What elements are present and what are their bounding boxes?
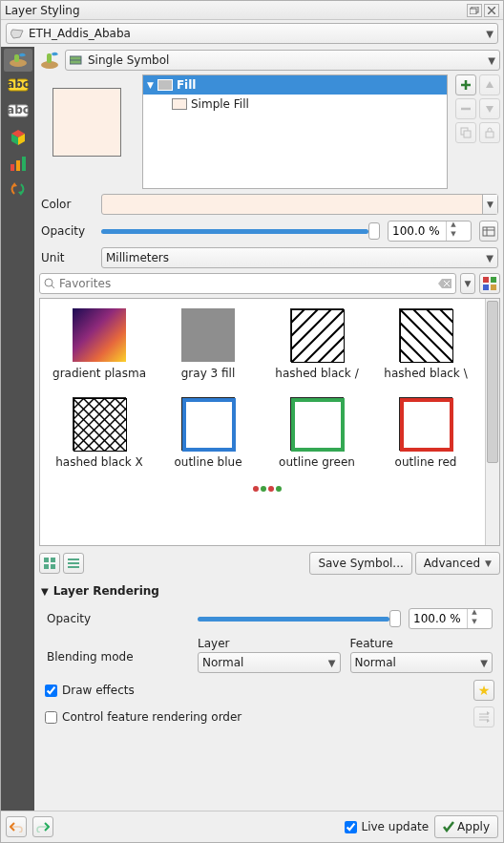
svg-rect-93 [44,564,49,569]
close-icon[interactable] [484,4,499,17]
symbol-preview [44,79,130,165]
style-item[interactable]: hashed black \ [378,308,473,380]
unit-selector[interactable]: Millimeters ▼ [101,247,498,268]
svg-text:abc: abc [8,78,29,91]
move-down-button[interactable] [479,98,500,119]
svg-rect-6 [14,54,19,62]
svg-rect-42 [491,285,496,290]
collapse-icon[interactable]: ▼ [147,80,154,90]
panel-title: Layer Styling [5,4,465,17]
opacity-row: Opacity ▲▼ [39,220,500,242]
chevron-down-icon: ▼ [488,55,495,66]
order-config-button[interactable] [473,706,494,727]
redo-button[interactable] [32,816,53,837]
titlebar: Layer Styling [1,1,503,20]
symbol-type-value: Single Symbol [88,53,169,67]
svg-rect-44 [181,308,235,362]
tree-fill-root[interactable]: ▼ Fill [143,75,447,95]
lock-button[interactable] [479,122,500,143]
list-view-button[interactable] [63,553,84,574]
layer-selector-value: ETH_Addis_Ababa [29,27,131,40]
opacity-value[interactable] [388,224,446,238]
undo-button[interactable] [6,816,27,837]
fill-swatch-icon [172,98,187,110]
color-picker[interactable]: ▼ [101,194,498,215]
color-label: Color [41,198,94,211]
render-opacity-slider[interactable] [198,609,401,628]
live-update-row: Live update [345,820,430,833]
chevron-down-icon: ▼ [486,29,494,39]
tab-labels[interactable]: abc [4,74,32,97]
style-list-footer: Save Symbol... Advanced▼ [39,550,500,577]
feature-blend-selector[interactable]: Normal ▼ [350,652,494,673]
tab-diagrams[interactable] [4,152,32,175]
style-item[interactable]: outline red [378,397,473,469]
svg-rect-89 [293,400,343,450]
svg-rect-29 [464,131,471,137]
data-defined-button[interactable] [479,221,498,242]
duplicate-button[interactable] [455,122,476,143]
svg-line-35 [52,285,54,288]
svg-rect-1 [470,9,476,14]
opacity-slider[interactable] [101,221,380,241]
svg-rect-88 [184,400,234,450]
effects-button[interactable]: ★ [473,680,494,701]
svg-marker-36 [438,279,452,288]
feature-blend-value: Normal [355,656,396,669]
svg-rect-90 [402,400,452,450]
icon-view-button[interactable] [39,553,60,574]
tab-history[interactable] [4,178,32,200]
layer-selector[interactable]: ETH_Addis_Ababa ▼ [6,23,498,44]
layer-rendering-header[interactable]: ▼ Layer Rendering [39,580,500,601]
body: abc abc Single Symbol [1,47,503,811]
render-opacity-spinbox[interactable]: ▲▼ [409,608,493,629]
render-opacity-value[interactable] [410,612,467,625]
move-up-button[interactable] [479,74,500,95]
control-order-checkbox[interactable] [45,711,57,724]
advanced-button[interactable]: Advanced▼ [415,552,500,575]
search-mode-button[interactable]: ▼ [460,273,475,294]
symbol-type-selector[interactable]: Single Symbol ▼ [65,50,500,71]
style-item[interactable]: gray 3 fill [160,308,256,380]
apply-button[interactable]: Apply [434,815,498,838]
add-symbol-layer-button[interactable] [455,74,476,95]
style-scrollbar[interactable] [485,299,499,545]
style-name: gradient plasma [52,368,146,380]
tab-symbology[interactable] [4,49,32,72]
layer-blend-selector[interactable]: Normal ▼ [198,652,341,673]
style-item[interactable]: outline green [269,397,365,469]
svg-rect-15 [16,160,20,171]
live-update-checkbox[interactable] [345,821,357,833]
style-manager-button[interactable] [479,273,500,294]
chevron-down-icon[interactable]: ▼ [482,195,497,214]
tab-3d[interactable] [4,126,32,149]
style-name: hashed black \ [384,368,467,380]
symbol-layers-tree[interactable]: ▼ Fill Simple Fill [142,74,448,189]
style-search[interactable] [39,273,456,294]
search-input[interactable] [59,277,434,290]
style-item[interactable]: outline blue [160,397,256,469]
tree-simple-fill[interactable]: Simple Fill [143,95,447,114]
remove-symbol-layer-button[interactable] [455,98,476,119]
unit-row: Unit Millimeters ▼ [39,246,500,269]
style-grid[interactable]: gradient plasmagray 3 fillhashed black /… [40,299,485,545]
style-item[interactable]: hashed black X [52,397,147,469]
svg-rect-39 [483,277,489,283]
unit-label: Unit [41,251,94,264]
svg-point-34 [45,279,52,286]
clear-search-icon[interactable] [438,279,452,288]
layer-blend-label: Layer [198,637,341,650]
save-symbol-button[interactable]: Save Symbol... [309,552,411,575]
collapse-icon: ▼ [41,586,49,597]
draw-effects-checkbox[interactable] [45,685,57,697]
svg-rect-94 [51,564,55,569]
chevron-down-icon: ▼ [486,253,494,263]
svg-rect-31 [483,227,494,236]
style-name: outline blue [174,456,242,469]
restore-icon[interactable] [467,4,482,17]
style-item[interactable]: gradient plasma [52,308,147,380]
tab-masks[interactable]: abc [4,100,32,123]
opacity-spinbox[interactable]: ▲▼ [388,221,472,242]
style-item[interactable]: hashed black / [269,308,365,380]
more-styles-indicator [243,486,282,492]
